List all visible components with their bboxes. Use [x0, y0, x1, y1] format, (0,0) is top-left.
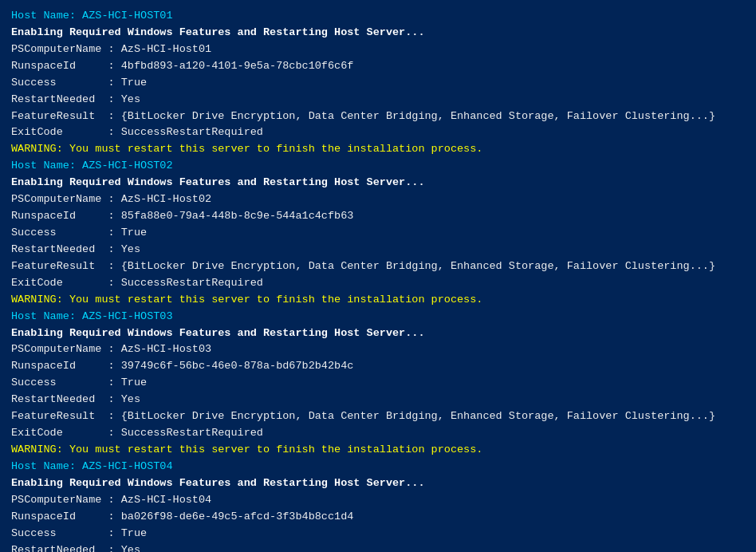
field-line: RestartNeeded : Yes: [11, 242, 745, 258]
field-line: FeatureResult : {BitLocker Drive Encrypt…: [11, 258, 745, 275]
host-name-line-2: Host Name: AZS-HCI-HOST02: [11, 158, 745, 175]
field-line: FeatureResult : {BitLocker Drive Encrypt…: [11, 108, 745, 125]
enabling-line-3: Enabling Required Windows Features and R…: [11, 325, 745, 342]
host-name-line-1: Host Name: AZS-HCI-HOST01: [11, 8, 745, 25]
field-line: PSComputerName : AzS-HCI-Host02: [11, 191, 745, 208]
enabling-line-1: Enabling Required Windows Features and R…: [11, 25, 745, 41]
enabling-line-2: Enabling Required Windows Features and R…: [11, 175, 745, 191]
field-line: PSComputerName : AzS-HCI-Host01: [11, 41, 745, 58]
host-name-line-4: Host Name: AZS-HCI-HOST04: [11, 459, 745, 475]
warning-line-3: WARNING: You must restart this server to…: [11, 442, 745, 459]
terminal-output: Host Name: AZS-HCI-HOST01Enabling Requir…: [11, 8, 745, 552]
host-name-line-3: Host Name: AZS-HCI-HOST03: [11, 309, 745, 325]
field-line: ExitCode : SuccessRestartRequired: [11, 425, 745, 442]
field-line: Success : True: [11, 225, 745, 242]
field-line: RestartNeeded : Yes: [11, 542, 745, 553]
field-line: ExitCode : SuccessRestartRequired: [11, 124, 745, 141]
field-line: RunspaceId : 39749c6f-56bc-46e0-878a-bd6…: [11, 358, 745, 375]
field-line: RunspaceId : 85fa88e0-79a4-448b-8c9e-544…: [11, 208, 745, 225]
field-line: PSComputerName : AzS-HCI-Host03: [11, 341, 745, 358]
field-line: Success : True: [11, 526, 745, 542]
field-line: Success : True: [11, 375, 745, 392]
field-line: Success : True: [11, 75, 745, 92]
field-line: PSComputerName : AzS-HCI-Host04: [11, 492, 745, 509]
field-line: ExitCode : SuccessRestartRequired: [11, 275, 745, 292]
warning-line-2: WARNING: You must restart this server to…: [11, 292, 745, 309]
warning-line-1: WARNING: You must restart this server to…: [11, 141, 745, 158]
field-line: RestartNeeded : Yes: [11, 92, 745, 108]
enabling-line-4: Enabling Required Windows Features and R…: [11, 475, 745, 492]
field-line: RestartNeeded : Yes: [11, 392, 745, 408]
field-line: FeatureResult : {BitLocker Drive Encrypt…: [11, 408, 745, 425]
field-line: RunspaceId : 4bfbd893-a120-4101-9e5a-78c…: [11, 58, 745, 75]
field-line: RunspaceId : ba026f98-de6e-49c5-afcd-3f3…: [11, 509, 745, 526]
